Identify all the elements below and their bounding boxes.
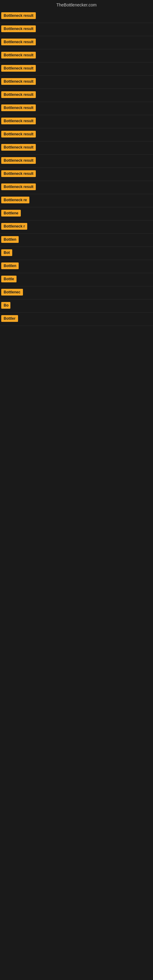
bottleneck-result-badge[interactable]: Bottleneck result (1, 118, 36, 124)
bottleneck-result-badge[interactable]: Bottlene (1, 210, 21, 216)
bottleneck-result-badge[interactable]: Bottleneck result (1, 131, 36, 137)
bottleneck-result-badge[interactable]: Bottler (1, 315, 18, 322)
bottleneck-result-badge[interactable]: Bottleneck result (1, 12, 36, 19)
list-item: Bottleneck result (0, 10, 153, 23)
bottleneck-result-badge[interactable]: Bottleneck result (1, 65, 36, 72)
list-item: Bottleneck result (0, 89, 153, 102)
bottleneck-result-badge[interactable]: Bottlen (1, 262, 19, 269)
list-item: Bottleneck result (0, 155, 153, 168)
list-item: Bottleneck result (0, 181, 153, 194)
bottleneck-result-badge[interactable]: Bottleneck result (1, 38, 36, 45)
list-item: Bottleneck result (0, 168, 153, 181)
site-title-bar: TheBottlenecker.com (0, 0, 153, 10)
bottleneck-result-badge[interactable]: Bottlen (1, 236, 19, 243)
list-item: Bottleneck result (0, 76, 153, 89)
list-item: Bo (0, 299, 153, 313)
bottleneck-result-badge[interactable]: Bottleneck result (1, 157, 36, 164)
bottleneck-result-badge[interactable]: Bottleneck result (1, 105, 36, 111)
bottleneck-result-badge[interactable]: Bottlenec (1, 289, 23, 296)
list-item: Bottleneck result (0, 115, 153, 128)
bottleneck-result-badge[interactable]: Bottleneck result (1, 52, 36, 59)
list-item: Bottler (0, 313, 153, 326)
bottleneck-result-badge[interactable]: Bottleneck result (1, 91, 36, 98)
list-item: Bot (0, 247, 153, 260)
bottleneck-result-badge[interactable]: Bottle (1, 275, 16, 282)
list-item: Bottlenec (0, 286, 153, 299)
list-item: Bottleneck result (0, 128, 153, 142)
bottleneck-result-badge[interactable]: Bo (1, 302, 10, 309)
bottleneck-result-badge[interactable]: Bottleneck r (1, 223, 27, 230)
site-title: TheBottlenecker.com (0, 0, 153, 10)
bottleneck-result-badge[interactable]: Bottleneck result (1, 183, 36, 190)
bottleneck-result-badge[interactable]: Bottleneck result (1, 25, 36, 32)
list-item: Bottleneck result (0, 142, 153, 155)
bottleneck-result-badge[interactable]: Bottleneck result (1, 78, 36, 85)
rows-container: Bottleneck resultBottleneck resultBottle… (0, 10, 153, 326)
list-item: Bottleneck result (0, 102, 153, 115)
bottleneck-result-badge[interactable]: Bottleneck result (1, 170, 36, 177)
bottleneck-result-badge[interactable]: Bottleneck result (1, 144, 36, 151)
bottleneck-result-badge[interactable]: Bottleneck re (1, 197, 29, 204)
bottleneck-result-badge[interactable]: Bot (1, 249, 12, 256)
list-item: Bottleneck result (0, 49, 153, 62)
list-item: Bottleneck result (0, 62, 153, 76)
list-item: Bottlen (0, 260, 153, 273)
list-item: Bottleneck re (0, 194, 153, 207)
list-item: Bottleneck result (0, 36, 153, 49)
list-item: Bottleneck r (0, 221, 153, 234)
list-item: Bottlen (0, 234, 153, 247)
list-item: Bottle (0, 273, 153, 286)
list-item: Bottlene (0, 207, 153, 221)
list-item: Bottleneck result (0, 23, 153, 36)
